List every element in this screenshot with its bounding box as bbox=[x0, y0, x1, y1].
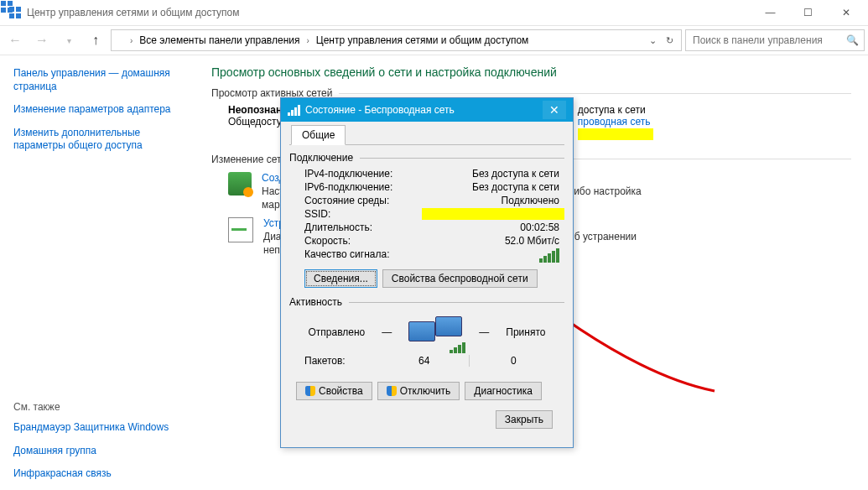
ssid-value bbox=[422, 208, 564, 220]
search-icon: 🔍 bbox=[846, 34, 859, 46]
sidebar: Панель управления — домашняя страница Из… bbox=[0, 55, 195, 490]
forward-button[interactable]: → bbox=[30, 29, 54, 52]
sidebar-control-panel-home[interactable]: Панель управления — домашняя страница bbox=[13, 67, 181, 93]
search-box[interactable]: 🔍 bbox=[685, 29, 865, 51]
new-connection-icon bbox=[228, 172, 252, 195]
sidebar-firewall[interactable]: Брандмауэр Защитника Windows bbox=[13, 421, 181, 435]
ipv6-label: IPv6-подключение: bbox=[304, 181, 422, 193]
group-connection: Подключение bbox=[289, 152, 564, 164]
close-dialog-button[interactable]: Закрыть bbox=[496, 410, 553, 429]
shield-icon bbox=[305, 386, 315, 396]
chevron-right-icon: › bbox=[128, 36, 134, 45]
ipv4-value: Без доступа к сети bbox=[422, 168, 564, 180]
dialog-tabs: Общие bbox=[289, 125, 564, 145]
maximize-button[interactable]: ☐ bbox=[789, 0, 827, 25]
window-title: Центр управления сетями и общим доступом bbox=[27, 7, 751, 18]
tab-general[interactable]: Общие bbox=[291, 125, 346, 145]
wifi-status-dialog: Состояние - Беспроводная сеть ✕ Общие По… bbox=[280, 97, 574, 448]
shield-icon bbox=[387, 386, 397, 396]
sidebar-adapter-settings[interactable]: Изменение параметров адаптера bbox=[13, 103, 181, 117]
control-panel-icon bbox=[8, 6, 22, 19]
minimize-button[interactable]: — bbox=[751, 0, 789, 25]
address-bar: ← → ▾ ↑ › Все элементы панели управления… bbox=[0, 26, 868, 55]
dialog-titlebar[interactable]: Состояние - Беспроводная сеть ✕ bbox=[281, 98, 573, 122]
duration-label: Длительность: bbox=[304, 222, 422, 233]
dialog-title: Состояние - Беспроводная сеть bbox=[305, 104, 455, 116]
media-label: Состояние среды: bbox=[304, 195, 422, 206]
ipv4-label: IPv4-подключение: bbox=[304, 168, 422, 180]
connection-highlighted bbox=[578, 128, 653, 140]
connection-link[interactable]: проводная сеть bbox=[578, 116, 651, 128]
back-button[interactable]: ← bbox=[3, 29, 27, 52]
diagnose-button[interactable]: Диагностика bbox=[465, 382, 542, 400]
breadcrumb-icon bbox=[115, 34, 127, 46]
signal-quality-label: Качество сигнала: bbox=[304, 248, 422, 265]
wireless-properties-button[interactable]: Свойства беспроводной сети bbox=[382, 269, 538, 288]
wifi-signal-icon bbox=[288, 105, 300, 116]
breadcrumb-item-all[interactable]: Все элементы панели управления bbox=[136, 33, 303, 48]
sent-label: Отправлено bbox=[309, 326, 366, 338]
speed-value: 52.0 Мбит/с bbox=[422, 235, 564, 247]
packets-sent: 64 bbox=[388, 355, 460, 367]
packets-received: 0 bbox=[478, 355, 550, 367]
breadcrumb[interactable]: › Все элементы панели управления › Центр… bbox=[111, 29, 682, 51]
up-button[interactable]: ↑ bbox=[84, 29, 107, 52]
properties-button[interactable]: Свойства bbox=[296, 382, 372, 400]
received-label: Принято bbox=[506, 326, 545, 338]
see-also-heading: См. также bbox=[13, 401, 181, 413]
ipv6-value: Без доступа к сети bbox=[422, 181, 564, 193]
breadcrumb-dropdown-button[interactable]: ⌄ bbox=[644, 32, 661, 49]
sidebar-advanced-sharing[interactable]: Изменить дополнительные параметры общего… bbox=[13, 127, 181, 153]
activity-icon bbox=[408, 316, 462, 348]
page-title: Просмотр основных сведений о сети и наст… bbox=[211, 65, 851, 79]
refresh-button[interactable]: ↻ bbox=[661, 32, 678, 49]
details-button[interactable]: Сведения... bbox=[304, 269, 377, 288]
troubleshoot-icon bbox=[228, 217, 253, 242]
duration-value: 00:02:58 bbox=[422, 222, 564, 233]
group-activity: Активность bbox=[289, 296, 564, 308]
search-input[interactable] bbox=[691, 34, 846, 47]
disable-button[interactable]: Отключить bbox=[377, 382, 460, 400]
sidebar-infrared[interactable]: Инфракрасная связь bbox=[13, 467, 181, 481]
chevron-right-icon: › bbox=[304, 36, 310, 45]
breadcrumb-item-current[interactable]: Центр управления сетями и общим доступом bbox=[313, 33, 533, 48]
signal-quality-value bbox=[422, 248, 564, 265]
close-window-button[interactable]: ✕ bbox=[827, 0, 865, 25]
media-value: Подключено bbox=[422, 195, 564, 206]
ssid-label: SSID: bbox=[304, 208, 422, 220]
window-titlebar: Центр управления сетями и общим доступом… bbox=[0, 0, 868, 26]
dialog-close-button[interactable]: ✕ bbox=[543, 101, 566, 119]
access-type-label: доступа к сети bbox=[578, 104, 653, 116]
sidebar-homegroup[interactable]: Домашняя группа bbox=[13, 445, 181, 458]
speed-label: Скорость: bbox=[304, 235, 422, 247]
packets-label: Пакетов: bbox=[304, 355, 388, 367]
history-dropdown[interactable]: ▾ bbox=[57, 29, 81, 52]
